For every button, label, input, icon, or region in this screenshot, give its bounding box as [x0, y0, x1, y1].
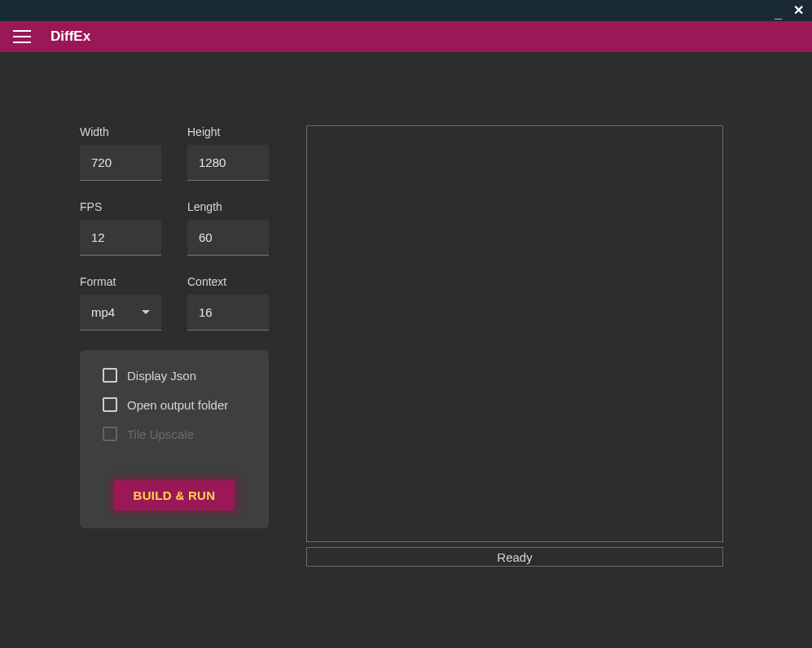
preview-area [306, 125, 723, 542]
hamburger-menu-icon[interactable] [13, 30, 31, 43]
build-run-button[interactable]: BUILD & RUN [114, 480, 235, 510]
width-input[interactable] [80, 145, 161, 181]
length-input[interactable] [187, 220, 269, 256]
height-input[interactable] [187, 145, 269, 181]
tile-upscale-checkbox-row: Tile Upscale [103, 427, 246, 441]
preview-panel: Ready [306, 125, 723, 567]
context-field: Context [187, 275, 269, 331]
settings-panel: Width Height FPS Length [80, 125, 269, 528]
fps-input[interactable] [80, 220, 161, 256]
tile-upscale-checkbox [103, 427, 117, 441]
format-field: Format mp4 [80, 275, 161, 331]
context-input[interactable] [187, 295, 269, 331]
format-label: Format [80, 275, 161, 288]
height-label: Height [187, 125, 269, 138]
open-output-label: Open output folder [127, 398, 228, 412]
height-field: Height [187, 125, 269, 181]
display-json-label: Display Json [127, 369, 196, 383]
status-bar: Ready [306, 547, 723, 567]
length-field: Length [187, 200, 269, 256]
app-title: DiffEx [50, 28, 90, 45]
window-titlebar: _ ✕ [0, 0, 812, 21]
main-content: Width Height FPS Length [0, 52, 812, 648]
chevron-down-icon [142, 310, 150, 314]
format-value: mp4 [91, 305, 115, 319]
display-json-checkbox-row[interactable]: Display Json [103, 368, 246, 383]
options-card: Display Json Open output folder Tile Ups… [80, 350, 269, 528]
display-json-checkbox[interactable] [103, 368, 117, 383]
window-minimize-button[interactable]: _ [775, 7, 782, 20]
format-select[interactable]: mp4 [80, 295, 161, 331]
open-output-checkbox-row[interactable]: Open output folder [103, 397, 246, 412]
tile-upscale-label: Tile Upscale [127, 427, 194, 441]
width-label: Width [80, 125, 161, 138]
fps-field: FPS [80, 200, 161, 256]
width-field: Width [80, 125, 161, 181]
fps-label: FPS [80, 200, 161, 213]
window-close-button[interactable]: ✕ [793, 4, 804, 17]
open-output-checkbox[interactable] [103, 397, 117, 412]
app-bar: DiffEx [0, 21, 812, 52]
length-label: Length [187, 200, 269, 213]
context-label: Context [187, 275, 269, 288]
